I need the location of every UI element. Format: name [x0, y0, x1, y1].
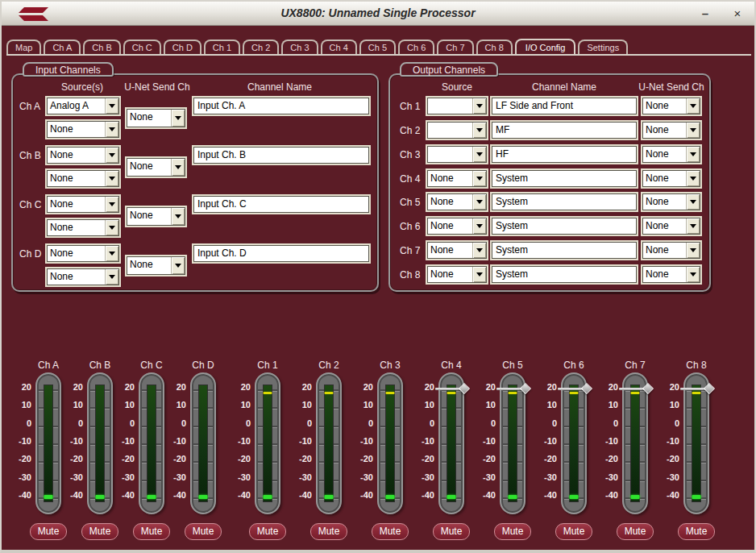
input-unet-combo[interactable]: None	[127, 158, 185, 177]
tab-ch-6[interactable]: Ch 6	[398, 40, 434, 54]
mute-button[interactable]: Mute	[678, 523, 715, 540]
input-channel-name-field[interactable]: Input Ch. D	[193, 245, 369, 262]
tab-settings[interactable]: Settings	[578, 40, 628, 54]
minimize-button[interactable]: –	[696, 5, 714, 23]
output-source-combo[interactable]: None	[427, 193, 487, 210]
tab-ch-a[interactable]: Ch A	[44, 40, 81, 54]
input-source2-combo[interactable]: None	[47, 268, 119, 285]
input-channel-name-field[interactable]: Input Ch. C	[193, 196, 369, 213]
tab-ch-1[interactable]: Ch 1	[204, 40, 240, 54]
input-source1-combo-dropdown-button[interactable]	[105, 98, 118, 114]
output-unet-combo[interactable]: None	[642, 266, 700, 283]
input-source1-combo[interactable]: None	[47, 147, 119, 164]
output-source-combo-dropdown-button[interactable]	[472, 243, 486, 258]
tab-ch-4[interactable]: Ch 4	[321, 40, 357, 54]
output-source-combo[interactable]	[427, 98, 487, 114]
output-source-combo[interactable]	[427, 122, 487, 139]
tab-ch-7[interactable]: Ch 7	[437, 40, 473, 54]
output-source-combo-dropdown-button[interactable]	[472, 194, 486, 210]
output-unet-combo[interactable]: None	[642, 122, 700, 139]
tab-ch-3[interactable]: Ch 3	[281, 40, 318, 54]
output-channel-name-field[interactable]: HF	[492, 146, 637, 163]
input-source1-combo[interactable]: Analog A	[47, 98, 119, 114]
tab-ch-d[interactable]: Ch D	[164, 40, 201, 54]
output-unet-combo[interactable]: None	[642, 98, 700, 114]
output-channel-name-field[interactable]: System	[492, 242, 637, 259]
output-unet-combo[interactable]: None	[642, 218, 700, 235]
tab-map[interactable]: Map	[6, 40, 41, 54]
input-channel-name-field[interactable]: Input Ch. B	[193, 147, 369, 164]
output-unet-combo-dropdown-button[interactable]	[686, 243, 700, 258]
output-unet-combo-dropdown-button[interactable]	[686, 147, 700, 162]
input-unet-combo[interactable]: None	[127, 109, 185, 127]
tab-ch-2[interactable]: Ch 2	[243, 40, 279, 54]
input-unet-combo[interactable]: None	[127, 207, 185, 226]
input-source2-combo[interactable]: None	[47, 219, 119, 236]
output-source-combo-dropdown-button[interactable]	[472, 171, 486, 186]
input-source2-combo-dropdown-button[interactable]	[105, 269, 118, 285]
output-source-combo[interactable]: None	[427, 170, 487, 187]
output-channel-name-field[interactable]: LF Side and Front	[492, 98, 637, 114]
slider-diamond-handle[interactable]	[704, 383, 715, 394]
input-unet-combo-dropdown-button[interactable]	[171, 110, 185, 127]
mute-button[interactable]: Mute	[555, 523, 592, 540]
output-source-combo[interactable]: None	[427, 242, 487, 259]
input-source1-combo-dropdown-button[interactable]	[105, 246, 118, 261]
output-source-combo-dropdown-button[interactable]	[472, 267, 486, 282]
input-unet-combo-dropdown-button[interactable]	[171, 159, 185, 176]
output-unet-combo[interactable]: None	[642, 242, 700, 259]
output-unet-combo-dropdown-button[interactable]	[686, 218, 700, 234]
close-icon[interactable]: ×	[729, 5, 746, 23]
mute-button[interactable]: Mute	[185, 523, 222, 540]
output-source-combo-dropdown-button[interactable]	[472, 123, 486, 138]
tab-ch-5[interactable]: Ch 5	[359, 40, 396, 54]
tab-ch-c[interactable]: Ch C	[123, 40, 161, 54]
output-source-combo-dropdown-button[interactable]	[472, 98, 486, 114]
input-unet-combo-dropdown-button[interactable]	[171, 257, 185, 274]
output-source-combo[interactable]: None	[427, 266, 487, 283]
input-source1-combo-dropdown-button[interactable]	[105, 148, 118, 163]
mute-button[interactable]: Mute	[310, 523, 347, 540]
input-source2-combo-dropdown-button[interactable]	[105, 171, 118, 186]
input-source1-combo[interactable]: None	[47, 245, 119, 262]
output-source-combo-dropdown-button[interactable]	[472, 218, 486, 234]
input-source1-combo[interactable]: None	[47, 196, 119, 213]
output-channel-name-field[interactable]: MF	[492, 122, 637, 139]
output-channel-name-field[interactable]: System	[492, 193, 637, 210]
output-source-combo[interactable]: None	[427, 218, 487, 235]
mute-button[interactable]: Mute	[372, 523, 409, 540]
output-unet-combo-dropdown-button[interactable]	[686, 98, 700, 114]
mute-button[interactable]: Mute	[617, 523, 654, 540]
input-unet-combo[interactable]: None	[127, 256, 185, 275]
input-source1-combo-dropdown-button[interactable]	[105, 197, 118, 212]
tab-ch-b[interactable]: Ch B	[83, 40, 120, 54]
slider-diamond-handle[interactable]	[520, 383, 531, 394]
output-channel-name-field[interactable]: System	[492, 170, 637, 187]
input-source2-combo-dropdown-button[interactable]	[105, 220, 118, 235]
output-channel-name-field[interactable]: System	[492, 218, 637, 235]
output-source-combo-dropdown-button[interactable]	[472, 147, 486, 162]
output-source-combo[interactable]	[427, 146, 487, 163]
slider-diamond-handle[interactable]	[642, 383, 654, 394]
input-source2-combo[interactable]: None	[47, 121, 119, 138]
output-unet-combo-dropdown-button[interactable]	[686, 171, 700, 186]
input-source2-combo[interactable]: None	[47, 170, 119, 187]
input-unet-combo-dropdown-button[interactable]	[171, 208, 185, 225]
output-unet-combo[interactable]: None	[642, 193, 700, 210]
output-channel-name-field[interactable]: System	[492, 266, 637, 283]
mute-button[interactable]: Mute	[249, 523, 286, 540]
mute-button[interactable]: Mute	[494, 523, 531, 540]
output-unet-combo-dropdown-button[interactable]	[686, 123, 700, 138]
meter-tick	[53, 389, 58, 391]
slider-diamond-handle[interactable]	[459, 383, 470, 394]
tab-ch-8[interactable]: Ch 8	[476, 40, 513, 54]
tab-i-o-config[interactable]: I/O Config	[515, 39, 576, 54]
output-unet-combo-dropdown-button[interactable]	[686, 267, 700, 282]
output-unet-combo[interactable]: None	[642, 170, 700, 187]
input-channel-name-field[interactable]: Input Ch. A	[193, 98, 369, 114]
output-unet-combo[interactable]: None	[642, 146, 700, 163]
slider-diamond-handle[interactable]	[581, 383, 592, 394]
input-source2-combo-dropdown-button[interactable]	[105, 122, 118, 137]
output-unet-combo-dropdown-button[interactable]	[686, 194, 700, 210]
mute-button[interactable]: Mute	[433, 523, 470, 540]
